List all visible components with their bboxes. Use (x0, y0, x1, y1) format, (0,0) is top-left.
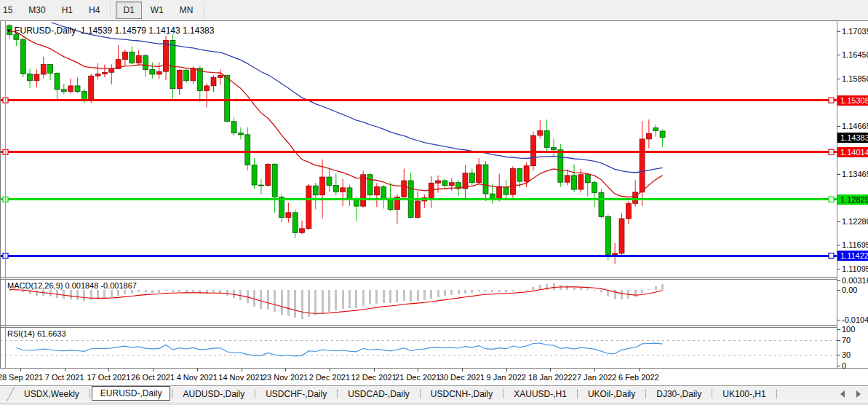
chart-ohlc-values: 1.14539 1.14579 1.14143 1.14383 (81, 25, 215, 36)
fast-ma-line (9, 31, 663, 197)
tab-separator (255, 389, 255, 398)
tab-separator (712, 389, 712, 398)
date-tick (462, 369, 463, 371)
timeframe-mn[interactable]: MN (172, 1, 201, 19)
date-tick (506, 369, 507, 371)
date-tick (594, 369, 595, 371)
date-tick (639, 369, 640, 371)
date-label: 6 Feb 2022 (606, 373, 672, 382)
axis-tick (837, 174, 840, 175)
tab-usdchf-daily[interactable]: USDCHF-,Daily (257, 388, 335, 401)
tab-separator (577, 389, 578, 398)
chart-title: ▾EURUSD-,Daily 1.14539 1.14579 1.14143 1… (7, 25, 214, 36)
date-tick (550, 369, 551, 371)
date-tick (330, 369, 330, 371)
tab-separator (420, 389, 421, 398)
date-tick (108, 369, 109, 371)
date-tick (153, 369, 154, 371)
timeframe-h1[interactable]: H1 (55, 1, 80, 19)
axis-tick (837, 31, 840, 32)
tab-usdcad-daily[interactable]: USDCAD-,Daily (339, 388, 418, 401)
tabs-bottom-strip (0, 401, 868, 405)
tab-audusd-daily[interactable]: AUDUSD-,Daily (174, 388, 253, 401)
toolbar-separator (111, 2, 112, 18)
price-axis-label: 1.14665 (842, 121, 868, 131)
rsi-line (16, 343, 662, 356)
macd-axis-label: 0.00 (842, 285, 857, 295)
axis-tick (837, 340, 840, 341)
tab-usdcnh-daily[interactable]: USDCNH-,Daily (422, 388, 501, 401)
price-axis-label: 1.16450 (842, 50, 868, 60)
tab-separator (776, 389, 777, 398)
tab-separator (645, 389, 646, 398)
macd-axis-label: -0.01043 (842, 315, 868, 325)
price-axis-label: 1.15850 (842, 74, 868, 84)
chart-symbol-period: EURUSD-,Daily (15, 25, 76, 36)
price-pane-canvas[interactable] (0, 23, 837, 277)
tab-separator (337, 389, 338, 398)
tab-separator (172, 389, 172, 398)
tab-ukoil-daily[interactable]: UKOil-,Daily (579, 388, 644, 401)
axis-tick (837, 366, 840, 366)
window-border (0, 21, 1, 368)
rsi-pane-canvas[interactable] (0, 328, 837, 368)
timeframe-h4[interactable]: H4 (81, 1, 107, 19)
axis-tick (837, 280, 840, 281)
price-axis-label: 1.11095 (842, 264, 868, 274)
timeframe-15[interactable]: 15 (0, 1, 20, 19)
axis-tick (837, 290, 840, 291)
price-axis-label: 1.17035 (842, 26, 868, 36)
level-price-badge: 1.12829 (837, 194, 868, 205)
window-border (5, 21, 6, 368)
axis-tick (837, 329, 840, 330)
tab-xauusd-h1[interactable]: XAUUSD-,H1 (505, 388, 576, 401)
timeframe-toolbar: 15M30H1H4D1W1MN (0, 0, 868, 21)
tab-uk100-h1[interactable]: UK100-,H1 (714, 388, 774, 401)
axis-tick (837, 355, 840, 355)
timeframe-w1[interactable]: W1 (143, 1, 171, 19)
axis-tick (837, 269, 840, 270)
axis-tick (837, 126, 840, 127)
tab-usdx-weekly[interactable]: USDX,Weekly (15, 388, 88, 401)
level-price-badge: 1.11422 (837, 251, 868, 261)
tab-eurusd-daily[interactable]: EURUSD-,Daily (92, 386, 171, 401)
tab-dj30-daily[interactable]: DJ30-,Daily (648, 388, 710, 401)
date-tick (418, 369, 418, 371)
price-axis-label: 1.12280 (842, 216, 868, 227)
date-tick (242, 369, 242, 371)
axis-tick (837, 221, 840, 222)
price-axis-label: 1.11695 (842, 240, 868, 250)
axis-tick (837, 55, 840, 55)
macd-indicator-label: MACD(12,26,9) 0.001848 -0.001867 (7, 281, 137, 290)
axis-tick (837, 245, 840, 245)
date-tick (374, 369, 375, 371)
horizontal-level-line[interactable] (0, 149, 837, 154)
axis-tick (837, 79, 840, 79)
rsi-axis-label: 70 (842, 335, 851, 345)
horizontal-level-line[interactable] (0, 253, 837, 259)
level-price-badge: 1.15308 (837, 95, 868, 106)
horizontal-level-line[interactable] (0, 98, 837, 103)
chart-window: ▾EURUSD-,Daily 1.14539 1.14579 1.14143 1… (0, 20, 868, 385)
rsi-indicator-label: RSI(14) 61.6633 (7, 329, 66, 338)
time-axis[interactable]: 28 Sep 20217 Oct 202117 Oct 202126 Oct 2… (0, 369, 868, 386)
date-tick (20, 369, 21, 371)
tab-strip-notch (0, 387, 15, 401)
tabs-scroll-left-icon[interactable] (840, 390, 845, 398)
axis-tick (837, 320, 840, 321)
slow-ma-line (9, 23, 663, 173)
level-price-badge: 1.14014 (837, 147, 868, 157)
timeframe-m30[interactable]: M30 (21, 1, 52, 19)
toolbar-separator (204, 2, 205, 18)
chart-dropdown-arrow-icon: ▾ (7, 27, 11, 34)
price-axis[interactable]: 1.170351.164501.158501.146651.134651.122… (837, 21, 868, 368)
tab-separator (89, 389, 90, 398)
date-tick (65, 369, 65, 371)
chart-tabs-bar: USDX,WeeklyEURUSD-,DailyAUDUSD-,DailyUSD… (0, 385, 868, 405)
tabs-scroll-right-icon[interactable] (856, 390, 861, 398)
price-axis-label: 1.13465 (842, 169, 868, 179)
current-price-badge: 1.14383 (837, 133, 868, 143)
rsi-axis-label: 30 (842, 350, 851, 360)
date-tick (197, 369, 198, 371)
timeframe-d1[interactable]: D1 (116, 1, 141, 19)
